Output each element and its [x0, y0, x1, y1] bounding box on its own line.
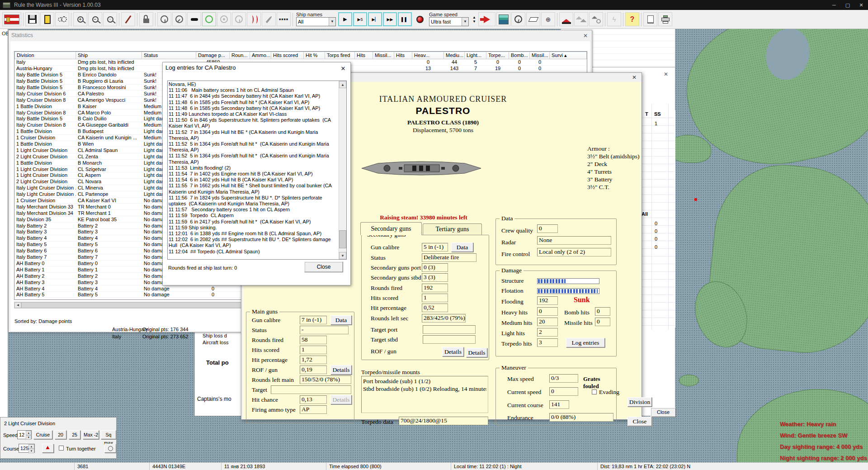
vertical-scrollbar[interactable]: ▲ ▼ [339, 81, 346, 259]
course-stepper[interactable]: 125 ▲▼ [19, 444, 35, 453]
save-icon[interactable] [25, 12, 39, 26]
column-header[interactable]: Missil... [530, 52, 550, 59]
plain-circle-icon[interactable] [232, 12, 246, 26]
lightning-icon[interactable]: ϟ [607, 12, 621, 26]
close-icon[interactable]: ✕ [854, 2, 868, 8]
red-curves-icon[interactable] [247, 12, 261, 26]
column-header[interactable]: Mediu... [444, 52, 465, 59]
zoom-in-icon[interactable]: + [73, 12, 87, 26]
tab-tertiary-guns[interactable]: Tertiary guns [423, 223, 482, 235]
play-icon[interactable]: ▶ [338, 12, 352, 26]
cruise-button[interactable]: Cruise [33, 430, 52, 439]
log-close-button[interactable]: Close [304, 261, 343, 272]
column-header[interactable]: Hit % [304, 52, 325, 59]
minimize-icon[interactable]: ─ [827, 2, 841, 8]
ship-names-dropdown[interactable]: All▼ [296, 17, 336, 26]
set-course-button[interactable] [42, 444, 54, 453]
exit-door-icon[interactable] [40, 12, 54, 26]
report-close-button[interactable]: Close [651, 408, 676, 417]
game-speed-dropdown[interactable]: Ultra fast▼ [429, 17, 469, 26]
close-icon[interactable]: ✕ [631, 74, 638, 81]
red-orb-icon[interactable] [413, 12, 427, 26]
range-ring-1-icon[interactable] [157, 12, 171, 26]
column-header[interactable]: Hits [355, 52, 373, 59]
column-header[interactable]: Torpe... [486, 52, 509, 59]
log-entries-button[interactable]: Log entries [566, 338, 605, 347]
scrollbar-thumb[interactable] [339, 230, 346, 248]
details-button[interactable]: Details [442, 347, 464, 356]
course-down-icon[interactable]: ▼ [28, 449, 34, 453]
speed-down-icon[interactable]: ▼ [26, 435, 31, 440]
scroll-up-icon[interactable]: ▲ [339, 81, 346, 88]
app-titlebar[interactable]: Rule the Waves III - Version 1.00.03 ─ ▢… [0, 0, 868, 10]
tab-secondary-guns[interactable]: Secondary guns [360, 222, 422, 235]
column-header[interactable]: Damage p... [196, 52, 230, 59]
planes-icon[interactable] [574, 12, 588, 26]
drag-cross-icon[interactable]: ⊕ [541, 12, 555, 26]
play-fast-icon[interactable]: ▶▶ [383, 12, 397, 26]
formation-button[interactable] [104, 444, 116, 453]
statistics-titlebar[interactable]: Statistics [9, 30, 592, 40]
column-header[interactable]: Heav... [412, 52, 444, 59]
column-header[interactable]: Light... [465, 52, 486, 59]
double-circle-icon[interactable] [217, 12, 231, 26]
settings-gears-icon[interactable] [55, 12, 69, 26]
turn-together-checkbox[interactable] [59, 446, 64, 451]
column-header[interactable]: Missil... [373, 52, 394, 59]
column-header[interactable]: Hits scored [271, 52, 304, 59]
division-button[interactable]: Division [627, 397, 652, 407]
column-header[interactable]: Bomb... [509, 52, 530, 59]
sq-max-button[interactable]: Sq max [101, 430, 116, 439]
plane-circle-icon[interactable] [589, 12, 603, 26]
speed-stepper[interactable]: 12 ▲▼ [17, 430, 32, 439]
scroll-left-icon[interactable]: ◄ [14, 302, 21, 308]
column-header[interactable]: Status [142, 52, 196, 59]
ship-close-button[interactable]: Close [627, 417, 652, 426]
help-icon[interactable]: ? [625, 12, 639, 26]
lock-icon[interactable] [139, 12, 153, 26]
map-contact-marker[interactable] [694, 198, 697, 201]
close-icon[interactable]: ✕ [582, 33, 589, 39]
zoom-area-icon[interactable]: ▫ [103, 12, 117, 26]
scroll-down-icon[interactable]: ▼ [339, 252, 346, 259]
zoom-out-icon[interactable]: − [88, 12, 102, 26]
nation-flag-icon[interactable] [2, 12, 21, 26]
column-header[interactable]: Roun... [230, 52, 250, 59]
log-dialog-titlebar[interactable]: Log entries for CA Palestro [163, 62, 350, 72]
paint-brush-icon[interactable] [121, 12, 135, 26]
column-header[interactable]: Ammo... [250, 52, 271, 59]
close-icon[interactable]: ✕ [340, 66, 347, 72]
close-icon[interactable]: ✕ [662, 71, 670, 78]
details-button[interactable]: Details [466, 348, 487, 357]
column-header[interactable]: Division [14, 52, 76, 59]
quill-pen-icon[interactable] [262, 12, 276, 26]
log-listbox[interactable]: Novara, HE) 11 11:06 Main battery scores… [167, 81, 347, 260]
speed-20-button[interactable]: 20 [55, 430, 66, 439]
speed-up-icon[interactable]: ▲ [26, 431, 31, 435]
report-doc-icon[interactable] [643, 12, 657, 26]
column-header[interactable]: Torps fired [325, 52, 355, 59]
course-up-icon[interactable]: ▲ [28, 444, 34, 449]
data-button[interactable]: Data [330, 315, 352, 325]
eraser-icon[interactable] [526, 12, 540, 26]
table-header-row[interactable]: DivisionShipStatusDamage p...Roun...Ammo… [14, 52, 587, 59]
column-header[interactable]: Hits [394, 52, 412, 59]
printer-icon[interactable] [658, 12, 672, 26]
data-button[interactable]: Data [451, 242, 473, 252]
plane-crash-icon[interactable] [559, 12, 573, 26]
column-header[interactable]: Ship [76, 52, 142, 59]
speed-down-icon[interactable]: ▼ [471, 19, 478, 24]
evading-checkbox[interactable] [592, 389, 597, 394]
range-ring-2-icon[interactable] [172, 12, 186, 26]
column-header[interactable]: Survi ▴ [550, 52, 587, 59]
details-button[interactable]: Details [330, 365, 352, 375]
dots-icon[interactable]: ■■■■ [277, 12, 291, 26]
max-minus-2-button[interactable]: Max -2 [83, 430, 99, 439]
maximize-icon[interactable]: ▢ [841, 2, 854, 8]
green-circle-icon[interactable] [202, 12, 216, 26]
play-5-icon[interactable]: ▶5 [353, 12, 367, 26]
minus-circle-icon[interactable] [187, 12, 201, 26]
play-step-icon[interactable]: ▶▏ [368, 12, 382, 26]
map-view-icon[interactable] [496, 12, 510, 26]
speed-25-button[interactable]: 25 [69, 430, 80, 439]
